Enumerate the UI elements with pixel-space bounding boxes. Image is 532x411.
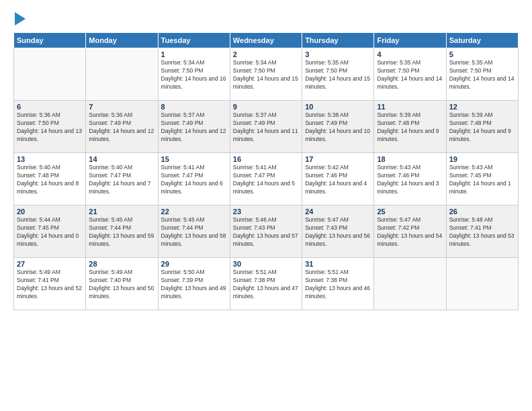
day-detail: Sunrise: 5:41 AMSunset: 7:47 PMDaylight:… xyxy=(161,164,227,196)
calendar-cell: 13Sunrise: 5:40 AMSunset: 7:48 PMDayligh… xyxy=(14,153,86,205)
calendar-cell: 22Sunrise: 5:45 AMSunset: 7:44 PMDayligh… xyxy=(158,205,230,258)
calendar-cell: 25Sunrise: 5:47 AMSunset: 7:42 PMDayligh… xyxy=(374,205,446,258)
day-number: 24 xyxy=(305,208,371,216)
day-number: 19 xyxy=(449,155,515,163)
calendar-cell: 5Sunrise: 5:35 AMSunset: 7:50 PMDaylight… xyxy=(446,48,518,101)
calendar-cell: 11Sunrise: 5:39 AMSunset: 7:48 PMDayligh… xyxy=(374,101,446,153)
calendar-header-row: SundayMondayTuesdayWednesdayThursdayFrid… xyxy=(14,33,519,48)
weekday-header: Monday xyxy=(86,33,158,48)
calendar-week-row: 6Sunrise: 5:36 AMSunset: 7:50 PMDaylight… xyxy=(14,101,519,153)
day-detail: Sunrise: 5:36 AMSunset: 7:50 PMDaylight:… xyxy=(17,111,83,144)
calendar-week-row: 13Sunrise: 5:40 AMSunset: 7:48 PMDayligh… xyxy=(14,153,519,205)
calendar-cell: 8Sunrise: 5:37 AMSunset: 7:49 PMDaylight… xyxy=(158,101,230,153)
calendar-cell: 18Sunrise: 5:43 AMSunset: 7:46 PMDayligh… xyxy=(374,153,446,205)
calendar-cell: 1Sunrise: 5:34 AMSunset: 7:50 PMDaylight… xyxy=(158,48,230,101)
day-detail: Sunrise: 5:37 AMSunset: 7:49 PMDaylight:… xyxy=(161,111,227,144)
day-detail: Sunrise: 5:34 AMSunset: 7:50 PMDaylight:… xyxy=(233,59,299,91)
calendar-cell: 7Sunrise: 5:36 AMSunset: 7:49 PMDaylight… xyxy=(86,101,158,153)
day-number: 20 xyxy=(17,208,83,216)
logo xyxy=(13,12,26,26)
day-detail: Sunrise: 5:47 AMSunset: 7:43 PMDaylight:… xyxy=(305,216,371,248)
day-detail: Sunrise: 5:51 AMSunset: 7:38 PMDaylight:… xyxy=(233,269,299,301)
day-number: 29 xyxy=(161,260,227,268)
calendar-cell: 27Sunrise: 5:49 AMSunset: 7:41 PMDayligh… xyxy=(14,258,86,310)
header xyxy=(13,12,519,26)
day-number: 26 xyxy=(449,208,515,216)
calendar-cell xyxy=(446,258,518,310)
day-detail: Sunrise: 5:40 AMSunset: 7:48 PMDaylight:… xyxy=(17,164,83,196)
day-detail: Sunrise: 5:39 AMSunset: 7:48 PMDaylight:… xyxy=(449,111,515,144)
day-detail: Sunrise: 5:41 AMSunset: 7:47 PMDaylight:… xyxy=(233,164,299,196)
day-number: 9 xyxy=(233,103,299,111)
day-detail: Sunrise: 5:46 AMSunset: 7:43 PMDaylight:… xyxy=(233,216,299,248)
day-number: 16 xyxy=(233,155,299,163)
calendar-cell: 24Sunrise: 5:47 AMSunset: 7:43 PMDayligh… xyxy=(302,205,374,258)
day-detail: Sunrise: 5:43 AMSunset: 7:45 PMDaylight:… xyxy=(449,164,515,196)
day-number: 10 xyxy=(305,103,371,111)
calendar-cell: 19Sunrise: 5:43 AMSunset: 7:45 PMDayligh… xyxy=(446,153,518,205)
weekday-header: Wednesday xyxy=(230,33,302,48)
day-detail: Sunrise: 5:49 AMSunset: 7:40 PMDaylight:… xyxy=(89,269,154,301)
calendar-cell: 4Sunrise: 5:35 AMSunset: 7:50 PMDaylight… xyxy=(374,48,446,101)
weekday-header: Sunday xyxy=(14,33,86,48)
day-detail: Sunrise: 5:42 AMSunset: 7:46 PMDaylight:… xyxy=(305,164,371,196)
day-number: 12 xyxy=(449,103,515,111)
day-detail: Sunrise: 5:35 AMSunset: 7:50 PMDaylight:… xyxy=(449,59,515,91)
day-detail: Sunrise: 5:37 AMSunset: 7:49 PMDaylight:… xyxy=(233,111,299,144)
day-detail: Sunrise: 5:34 AMSunset: 7:50 PMDaylight:… xyxy=(161,59,227,91)
day-detail: Sunrise: 5:47 AMSunset: 7:42 PMDaylight:… xyxy=(377,216,443,248)
calendar-cell: 12Sunrise: 5:39 AMSunset: 7:48 PMDayligh… xyxy=(446,101,518,153)
day-number: 4 xyxy=(377,50,443,58)
day-detail: Sunrise: 5:44 AMSunset: 7:45 PMDaylight:… xyxy=(17,216,83,248)
calendar-cell: 23Sunrise: 5:46 AMSunset: 7:43 PMDayligh… xyxy=(230,205,302,258)
day-number: 1 xyxy=(161,50,227,58)
day-detail: Sunrise: 5:39 AMSunset: 7:48 PMDaylight:… xyxy=(377,111,443,144)
day-detail: Sunrise: 5:45 AMSunset: 7:44 PMDaylight:… xyxy=(161,216,227,248)
calendar-cell xyxy=(374,258,446,310)
calendar-table: SundayMondayTuesdayWednesdayThursdayFrid… xyxy=(13,32,519,310)
calendar-cell: 2Sunrise: 5:34 AMSunset: 7:50 PMDaylight… xyxy=(230,48,302,101)
page: SundayMondayTuesdayWednesdayThursdayFrid… xyxy=(0,0,532,411)
day-number: 5 xyxy=(449,50,515,58)
day-detail: Sunrise: 5:40 AMSunset: 7:47 PMDaylight:… xyxy=(89,164,154,196)
day-number: 13 xyxy=(17,155,83,163)
calendar-cell: 10Sunrise: 5:38 AMSunset: 7:49 PMDayligh… xyxy=(302,101,374,153)
day-number: 7 xyxy=(89,103,154,111)
calendar-cell: 16Sunrise: 5:41 AMSunset: 7:47 PMDayligh… xyxy=(230,153,302,205)
calendar-cell: 26Sunrise: 5:48 AMSunset: 7:41 PMDayligh… xyxy=(446,205,518,258)
day-detail: Sunrise: 5:35 AMSunset: 7:50 PMDaylight:… xyxy=(377,59,443,91)
weekday-header: Saturday xyxy=(446,33,518,48)
day-number: 6 xyxy=(17,103,83,111)
day-number: 22 xyxy=(161,208,227,216)
day-number: 27 xyxy=(17,260,83,268)
day-number: 31 xyxy=(305,260,371,268)
weekday-header: Tuesday xyxy=(158,33,230,48)
day-detail: Sunrise: 5:49 AMSunset: 7:41 PMDaylight:… xyxy=(17,269,83,301)
logo-arrow-icon xyxy=(15,12,26,26)
day-detail: Sunrise: 5:38 AMSunset: 7:49 PMDaylight:… xyxy=(305,111,371,144)
day-detail: Sunrise: 5:50 AMSunset: 7:39 PMDaylight:… xyxy=(161,269,227,301)
calendar-cell: 21Sunrise: 5:45 AMSunset: 7:44 PMDayligh… xyxy=(86,205,158,258)
day-number: 8 xyxy=(161,103,227,111)
weekday-header: Friday xyxy=(374,33,446,48)
day-number: 2 xyxy=(233,50,299,58)
day-number: 30 xyxy=(233,260,299,268)
calendar-cell xyxy=(14,48,86,101)
calendar-cell: 9Sunrise: 5:37 AMSunset: 7:49 PMDaylight… xyxy=(230,101,302,153)
calendar-cell: 6Sunrise: 5:36 AMSunset: 7:50 PMDaylight… xyxy=(14,101,86,153)
calendar-week-row: 27Sunrise: 5:49 AMSunset: 7:41 PMDayligh… xyxy=(14,258,519,310)
day-number: 28 xyxy=(89,260,154,268)
day-number: 18 xyxy=(377,155,443,163)
calendar-cell: 14Sunrise: 5:40 AMSunset: 7:47 PMDayligh… xyxy=(86,153,158,205)
day-number: 14 xyxy=(89,155,154,163)
calendar-cell: 3Sunrise: 5:35 AMSunset: 7:50 PMDaylight… xyxy=(302,48,374,101)
day-number: 25 xyxy=(377,208,443,216)
calendar-week-row: 1Sunrise: 5:34 AMSunset: 7:50 PMDaylight… xyxy=(14,48,519,101)
calendar-cell: 20Sunrise: 5:44 AMSunset: 7:45 PMDayligh… xyxy=(14,205,86,258)
calendar-cell xyxy=(86,48,158,101)
day-number: 11 xyxy=(377,103,443,111)
day-detail: Sunrise: 5:35 AMSunset: 7:50 PMDaylight:… xyxy=(305,59,371,91)
calendar-cell: 29Sunrise: 5:50 AMSunset: 7:39 PMDayligh… xyxy=(158,258,230,310)
calendar-cell: 28Sunrise: 5:49 AMSunset: 7:40 PMDayligh… xyxy=(86,258,158,310)
day-number: 23 xyxy=(233,208,299,216)
